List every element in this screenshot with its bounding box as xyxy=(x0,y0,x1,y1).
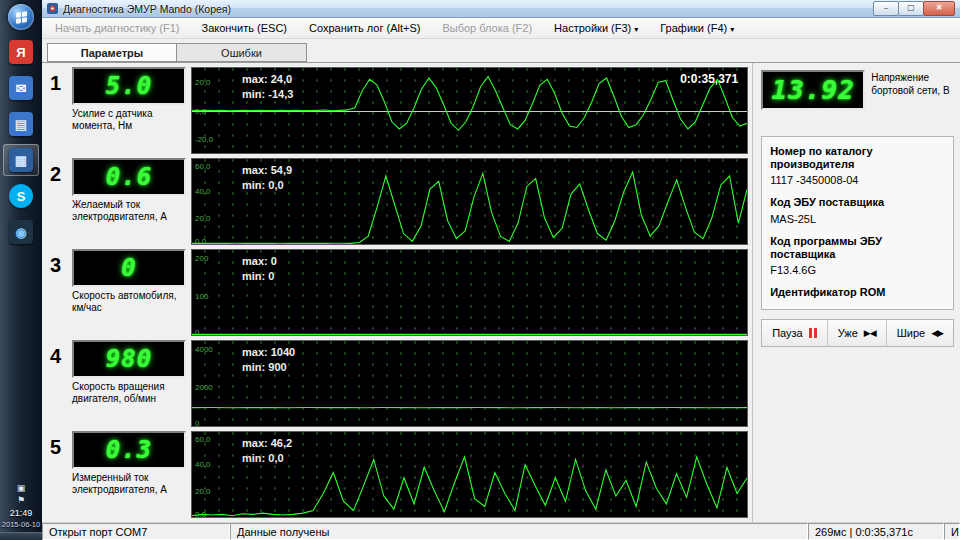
show-desktop-button[interactable] xyxy=(0,532,42,540)
tab-parameters[interactable]: Параметры xyxy=(47,43,177,62)
narrower-button-label: Уже xyxy=(838,327,858,339)
voltage-block: 13.92 Напряжение бортовой сети, В xyxy=(761,70,954,110)
param-led-display: 0.6 xyxy=(72,158,186,196)
param-label: Желаемый ток электродвигателя, А xyxy=(72,199,186,223)
param-label: Усилие с датчика момента, Нм xyxy=(72,108,186,132)
taskbar-item-disk-app[interactable]: ▤ xyxy=(3,108,39,140)
pause-button[interactable]: Пауза xyxy=(762,320,827,346)
disk-app-icon: ▤ xyxy=(9,112,33,136)
chevron-down-icon: ▾ xyxy=(634,25,638,34)
app-window: Диагностика ЭМУР Mando (Корея) –▢✕ Начат… xyxy=(42,0,960,540)
param-label: Измеренный ток электродвигателя, А xyxy=(72,472,186,496)
taskbar-item-mail-app[interactable]: ✉ xyxy=(3,72,39,104)
info-title: Идентификатор ROM xyxy=(770,286,945,299)
skype-icon: S xyxy=(9,184,33,208)
parameter-row: 5 0.3 Измеренный ток электродвигателя, А… xyxy=(50,429,748,520)
right-panel: 13.92 Напряжение бортовой сети, В Номер … xyxy=(752,63,960,522)
param-index: 3 xyxy=(50,249,72,336)
voltage-label: Напряжение бортовой сети, В xyxy=(871,70,954,97)
param-graph: max: 24,0 min: -14,3 0:0:35,371 20,00,0-… xyxy=(191,67,748,154)
title-bar[interactable]: Диагностика ЭМУР Mando (Корея) –▢✕ xyxy=(42,0,960,18)
taskbar-icons: Я✉▤▦S◉ xyxy=(0,36,42,248)
param-label: Скорость автомобиля, км/час xyxy=(72,290,186,314)
status-message: Данные получены xyxy=(230,523,808,540)
main-area: 1 5.0 Усилие с датчика момента, Нм max: … xyxy=(42,62,960,522)
param-led-value: 0.6 xyxy=(106,165,152,189)
narrower-button[interactable]: Уже ▶◀ xyxy=(828,320,886,346)
param-graph: max: 54,9 min: 0,0 60,040,020,00,0 xyxy=(191,158,748,245)
param-led-display: 5.0 xyxy=(72,67,186,105)
diagnostics-app-icon: ▦ xyxy=(9,148,33,172)
ecu-info-panel: Номер по каталогу производителя1117 -345… xyxy=(761,136,954,310)
tab-bar: ПараметрыОшибки xyxy=(42,39,960,62)
taskbar-item-yandex-browser[interactable]: Я xyxy=(3,36,39,68)
parameter-row: 1 5.0 Усилие с датчика момента, Нм max: … xyxy=(50,65,748,156)
taskbar-item-skype[interactable]: S xyxy=(3,180,39,212)
param-graph: max: 0 min: 0 2001000 xyxy=(191,249,748,336)
info-value: MAS-25L xyxy=(770,213,945,225)
param-graph: max: 46,2 min: 0,0 60,040,020,00,0 xyxy=(191,431,748,518)
menu-graphs[interactable]: Графики (F4)▾ xyxy=(651,20,743,36)
mail-app-icon: ✉ xyxy=(9,76,33,100)
clock-date: 2015-06-10 xyxy=(2,520,40,529)
status-extra: И xyxy=(944,523,960,540)
taskbar-clock[interactable]: 21:49 2015-06-10 xyxy=(2,508,40,529)
maximize-button[interactable]: ▢ xyxy=(898,1,924,16)
desktop: Я✉▤▦S◉ ▣ ⚑ 21:49 2015-06-10 Диагностика … xyxy=(0,0,960,540)
param-index: 4 xyxy=(50,340,72,427)
info-title: Номер по каталогу производителя xyxy=(770,145,945,171)
system-tray: ▣ ⚑ 21:49 2015-06-10 xyxy=(2,484,40,532)
wider-icon: ◀▶ xyxy=(931,328,943,338)
param-label: Скорость вращения двигателя, об/мин xyxy=(72,381,186,405)
menu-finish[interactable]: Закончить (ESC) xyxy=(192,20,296,36)
param-led-value: 980 xyxy=(106,347,152,371)
menu-settings[interactable]: Настройки (F3)▾ xyxy=(545,20,647,36)
info-title: Код ЭБУ поставщика xyxy=(770,196,945,209)
param-led-block: 0.3 Измеренный ток электродвигателя, А xyxy=(72,431,186,518)
playback-controls: Пауза Уже ▶◀ Шире ◀▶ xyxy=(761,319,954,347)
pause-button-label: Пауза xyxy=(772,327,803,339)
param-led-display: 0 xyxy=(72,249,186,287)
wider-button[interactable]: Шире ◀▶ xyxy=(887,320,953,346)
window-icon xyxy=(47,3,58,14)
info-value: 1117 -3450008-04 xyxy=(770,174,945,186)
param-index: 2 xyxy=(50,158,72,245)
tray-language-icon[interactable]: ⚑ xyxy=(17,496,25,505)
tray-notification-icon[interactable]: ▣ xyxy=(17,484,26,493)
windows-logo-icon xyxy=(16,11,27,24)
param-index: 5 xyxy=(50,431,72,518)
param-led-value: 0.3 xyxy=(106,438,152,462)
param-index: 1 xyxy=(50,67,72,154)
menu-start-diagnostics[interactable]: Начать диагностику (F1) xyxy=(46,20,188,36)
window-title: Диагностика ЭМУР Mando (Корея) xyxy=(63,3,231,15)
info-value: F13.4.6G xyxy=(770,264,945,276)
taskbar-item-diagnostics-app[interactable]: ▦ xyxy=(3,144,39,176)
status-port: Открыт порт COM7 xyxy=(42,523,230,540)
caption-buttons: –▢✕ xyxy=(874,1,955,16)
parameter-row: 3 0 Скорость автомобиля, км/час max: 0 m… xyxy=(50,247,748,338)
minimize-button[interactable]: – xyxy=(873,1,899,16)
taskbar: Я✉▤▦S◉ ▣ ⚑ 21:49 2015-06-10 xyxy=(0,0,42,540)
wider-button-label: Шире xyxy=(897,327,925,339)
status-timing: 269мс | 0:0:35,371с xyxy=(808,523,944,540)
pause-icon xyxy=(809,328,817,338)
parameters-panel: 1 5.0 Усилие с датчика момента, Нм max: … xyxy=(42,63,752,522)
parameter-row: 4 980 Скорость вращения двигателя, об/ми… xyxy=(50,338,748,429)
menu-select-block[interactable]: Выбор блока (F2) xyxy=(433,20,541,36)
start-button[interactable] xyxy=(8,4,34,30)
param-led-display: 980 xyxy=(72,340,186,378)
param-led-block: 980 Скорость вращения двигателя, об/мин xyxy=(72,340,186,427)
menu-save-log[interactable]: Сохранить лог (Alt+S) xyxy=(300,20,429,36)
tab-errors[interactable]: Ошибки xyxy=(177,43,307,62)
close-button[interactable]: ✕ xyxy=(923,1,955,16)
status-bar: Открыт порт COM7 Данные получены 269мс |… xyxy=(42,522,960,540)
taskbar-item-browser-globe[interactable]: ◉ xyxy=(3,216,39,248)
info-title: Код программы ЭБУ поставщика xyxy=(770,235,945,261)
narrower-icon: ▶◀ xyxy=(864,328,876,338)
param-led-block: 5.0 Усилие с датчика момента, Нм xyxy=(72,67,186,154)
chevron-down-icon: ▾ xyxy=(730,25,734,34)
browser-globe-icon: ◉ xyxy=(9,220,33,244)
param-led-block: 0 Скорость автомобиля, км/час xyxy=(72,249,186,336)
param-graph: max: 1040 min: 900 400020000 xyxy=(191,340,748,427)
voltage-value: 13.92 xyxy=(772,77,855,103)
